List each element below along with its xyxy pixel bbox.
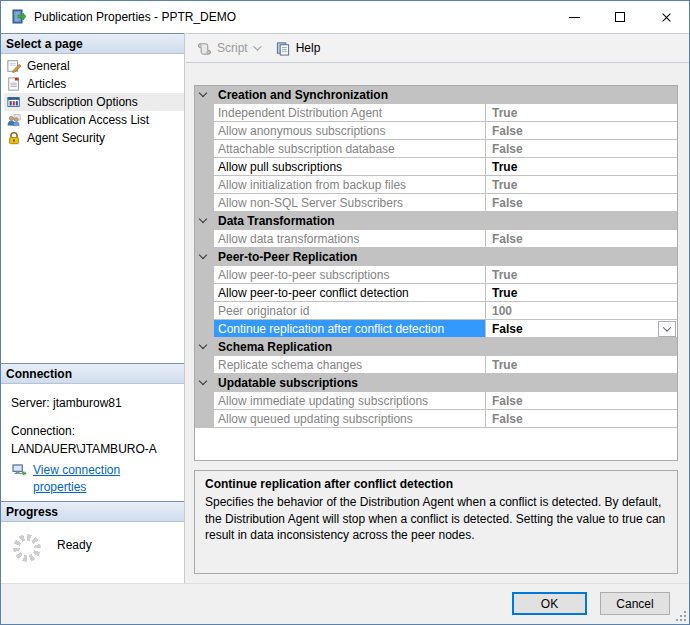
row-gutter <box>195 266 214 283</box>
property-row[interactable]: Attachable subscription database False <box>195 140 677 158</box>
row-gutter <box>195 122 214 139</box>
row-gutter <box>195 104 214 121</box>
title-bar[interactable]: Publication Properties - PPTR_DEMO <box>1 1 689 33</box>
property-row[interactable]: Allow queued updating subscriptions Fals… <box>195 410 677 428</box>
property-value[interactable]: False <box>486 122 677 139</box>
property-value[interactable]: False <box>486 320 658 337</box>
help-button[interactable]: Help <box>275 41 321 56</box>
property-value[interactable]: False <box>486 194 677 211</box>
property-value[interactable]: True <box>486 104 677 121</box>
property-label: Allow data transformations <box>214 230 486 247</box>
property-label: Allow initialization from backup files <box>214 176 486 193</box>
maximize-icon <box>615 12 625 22</box>
sidebar-item-general[interactable]: General <box>4 57 184 75</box>
property-label: Updatable subscriptions <box>214 374 360 391</box>
property-label: Data Transformation <box>214 212 337 229</box>
spinner-icon <box>13 534 41 562</box>
sidebar-item-label: Agent Security <box>27 131 105 145</box>
property-row[interactable]: Allow non-SQL Server Subscribers False <box>195 194 677 212</box>
category-row[interactable]: Peer-to-Peer Replication <box>195 248 677 266</box>
chevron-down-icon <box>253 42 261 50</box>
agent-security-icon <box>6 130 22 146</box>
property-label: Allow immediate updating subscriptions <box>214 392 486 409</box>
row-gutter <box>195 284 214 301</box>
collapse-chevron-icon <box>199 341 207 349</box>
connection-header: Connection <box>1 363 184 384</box>
description-body: Specifies the behavior of the Distributi… <box>205 494 667 544</box>
connection-properties-icon <box>11 462 27 478</box>
property-label: Creation and Synchronization <box>214 86 390 103</box>
connection-label: Connection: <box>11 424 184 438</box>
window-controls <box>551 1 689 33</box>
sidebar-item-publication-access-list[interactable]: Publication Access List <box>4 111 184 129</box>
sidebar-item-label: Publication Access List <box>27 113 149 127</box>
property-value[interactable]: False <box>486 410 677 427</box>
property-row[interactable]: Peer originator id 100 <box>195 302 677 320</box>
row-gutter <box>195 230 214 247</box>
property-value[interactable]: False <box>486 392 677 409</box>
category-row[interactable]: Data Transformation <box>195 212 677 230</box>
sidebar-item-subscription-options[interactable]: Subscription Options <box>4 93 184 111</box>
category-row[interactable]: Schema Replication <box>195 338 677 356</box>
general-icon <box>6 58 22 74</box>
property-label: Attachable subscription database <box>214 140 486 157</box>
property-row[interactable]: Allow data transformations False <box>195 230 677 248</box>
category-row[interactable]: Creation and Synchronization <box>195 86 677 104</box>
sidebar-item-label: Subscription Options <box>27 95 138 109</box>
property-row[interactable]: Allow anonymous subscriptions False <box>195 122 677 140</box>
maximize-button[interactable] <box>597 1 643 33</box>
property-value[interactable]: True <box>486 158 677 175</box>
category-row[interactable]: Updatable subscriptions <box>195 374 677 392</box>
property-label: Allow peer-to-peer subscriptions <box>214 266 486 283</box>
row-gutter <box>195 392 214 409</box>
close-button[interactable] <box>643 1 689 33</box>
property-value[interactable]: False <box>486 140 677 157</box>
cancel-button[interactable]: Cancel <box>600 592 670 615</box>
row-gutter <box>195 338 214 355</box>
property-row[interactable]: Continue replication after conflict dete… <box>195 320 677 338</box>
sidebar: Select a page General <box>1 33 185 584</box>
row-gutter <box>195 140 214 157</box>
sidebar-item-articles[interactable]: Articles <box>4 75 184 93</box>
view-connection-properties-link[interactable]: View connection properties <box>33 462 153 497</box>
collapse-chevron-icon <box>199 251 207 259</box>
ok-button[interactable]: OK <box>512 592 587 615</box>
property-row[interactable]: Independent Distribution Agent True <box>195 104 677 122</box>
property-label: Allow anonymous subscriptions <box>214 122 486 139</box>
sidebar-item-agent-security[interactable]: Agent Security <box>4 129 184 147</box>
property-value[interactable]: True <box>486 284 677 301</box>
page-list: General Articles <box>1 54 184 147</box>
property-value[interactable]: True <box>486 266 677 283</box>
property-row[interactable]: Allow immediate updating subscriptions F… <box>195 392 677 410</box>
row-gutter <box>195 302 214 319</box>
collapse-chevron-icon <box>199 89 207 97</box>
property-value[interactable]: False <box>486 230 677 247</box>
property-row[interactable]: Allow peer-to-peer subscriptions True <box>195 266 677 284</box>
property-grid: Creation and Synchronization Independent… <box>194 85 678 461</box>
minimize-button[interactable] <box>551 1 597 33</box>
property-row[interactable]: Allow initialization from backup files T… <box>195 176 677 194</box>
property-row[interactable]: Allow peer-to-peer conflict detection Tr… <box>195 284 677 302</box>
property-row[interactable]: Allow pull subscriptions True <box>195 158 677 176</box>
footer-bar: OK Cancel <box>1 583 689 624</box>
script-label: Script <box>217 41 248 55</box>
property-label: Schema Replication <box>214 338 334 355</box>
close-icon <box>661 12 672 23</box>
property-value[interactable]: True <box>486 356 677 373</box>
server-line: Server: jtamburow81 <box>11 396 184 410</box>
property-value[interactable]: True <box>486 176 677 193</box>
description-title: Continue replication after conflict dete… <box>205 477 667 491</box>
connection-value: LANDAUER\JTAMBURO-A <box>11 442 185 456</box>
property-label: Replicate schema changes <box>214 356 486 373</box>
script-button[interactable]: Script <box>196 41 259 56</box>
resize-grip-icon[interactable] <box>675 610 687 622</box>
property-row[interactable]: Replicate schema changes True <box>195 356 677 374</box>
row-gutter <box>195 248 214 265</box>
minimize-icon <box>569 17 580 18</box>
publication-document-icon <box>10 9 26 25</box>
script-icon <box>196 41 212 56</box>
toolbar: Script Help <box>186 33 689 63</box>
property-value[interactable]: 100 <box>486 302 677 319</box>
value-dropdown-button[interactable] <box>658 321 676 337</box>
row-gutter <box>195 320 214 337</box>
